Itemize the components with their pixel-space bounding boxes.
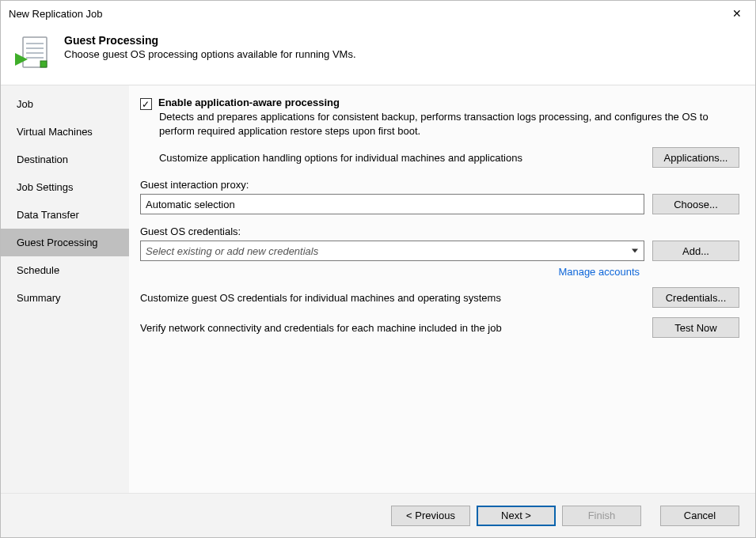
enable-app-aware-description: Detects and prepares applications for co… [159, 110, 739, 138]
proxy-label: Guest interaction proxy: [140, 179, 739, 191]
proxy-field[interactable]: Automatic selection [140, 194, 644, 214]
credentials-select[interactable]: Select existing or add new credentials [140, 241, 644, 261]
step-summary[interactable]: Summary [1, 284, 129, 312]
step-data-transfer[interactable]: Data Transfer [1, 201, 129, 229]
content-panel: ✓ Enable application-aware processing De… [129, 85, 755, 493]
previous-button[interactable]: < Previous [391, 506, 470, 526]
step-job[interactable]: Job [1, 90, 129, 118]
applications-button[interactable]: Applications... [652, 147, 739, 168]
enable-app-aware-label: Enable application-aware processing [158, 97, 340, 108]
cancel-button[interactable]: Cancel [660, 506, 739, 526]
guest-processing-icon [13, 34, 51, 72]
customize-credentials-text: Customize guest OS credentials for indiv… [140, 292, 644, 304]
close-icon: ✕ [732, 7, 742, 20]
finish-button: Finish [562, 506, 641, 526]
credentials-button[interactable]: Credentials... [652, 287, 739, 308]
page-heading: Guest Processing [64, 34, 356, 47]
step-virtual-machines[interactable]: Virtual Machines [1, 118, 129, 146]
choose-proxy-button[interactable]: Choose... [652, 194, 739, 214]
page-subheading: Choose guest OS processing options avail… [64, 48, 356, 60]
wizard-window: New Replication Job ✕ Guest Processing C… [0, 0, 756, 538]
manage-accounts-link[interactable]: Manage accounts [558, 266, 640, 278]
svg-rect-6 [40, 61, 47, 67]
credentials-label: Guest OS credentials: [140, 225, 739, 237]
enable-app-aware-checkbox[interactable]: ✓ [140, 98, 152, 110]
wizard-header: Guest Processing Choose guest OS process… [1, 26, 755, 85]
proxy-value: Automatic selection [146, 199, 235, 210]
wizard-steps-sidebar: Job Virtual Machines Destination Job Set… [1, 85, 129, 493]
header-text: Guest Processing Choose guest OS process… [64, 34, 356, 60]
add-credentials-button[interactable]: Add... [652, 241, 739, 261]
applications-row-text: Customize application handling options f… [159, 152, 644, 164]
enable-section: ✓ Enable application-aware processing De… [140, 97, 739, 138]
proxy-section: Guest interaction proxy: Automatic selec… [140, 177, 739, 214]
close-button[interactable]: ✕ [719, 2, 755, 25]
step-job-settings[interactable]: Job Settings [1, 173, 129, 201]
title-bar: New Replication Job ✕ [1, 1, 755, 26]
wizard-body: Job Virtual Machines Destination Job Set… [1, 85, 755, 493]
next-button[interactable]: Next > [477, 506, 556, 526]
step-schedule[interactable]: Schedule [1, 256, 129, 284]
wizard-footer: < Previous Next > Finish Cancel [1, 493, 755, 537]
credentials-section: Guest OS credentials: Select existing or… [140, 224, 739, 278]
verify-connectivity-text: Verify network connectivity and credenti… [140, 322, 644, 334]
test-now-button[interactable]: Test Now [652, 317, 739, 338]
step-destination[interactable]: Destination [1, 146, 129, 173]
step-guest-processing[interactable]: Guest Processing [1, 229, 129, 256]
credentials-placeholder: Select existing or add new credentials [146, 245, 318, 257]
checkmark-icon: ✓ [142, 100, 150, 109]
window-title: New Replication Job [9, 8, 103, 20]
